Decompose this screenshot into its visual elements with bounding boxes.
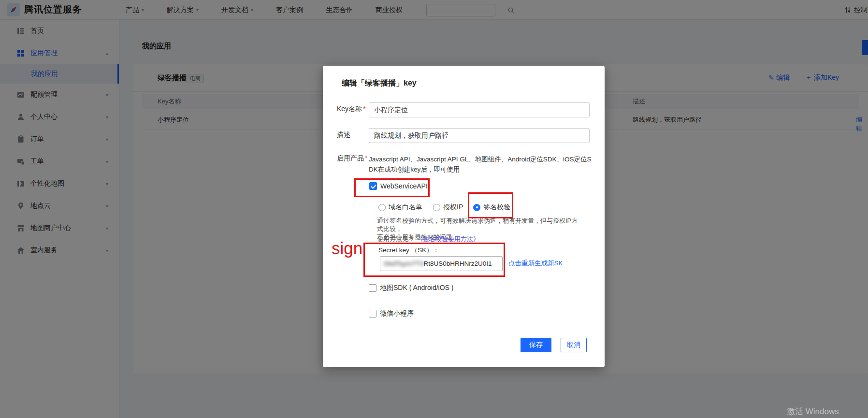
checkbox-checked-icon[interactable] [369,182,377,190]
signature-description-line1: 通过签名校验的方式，可有效解决请求伪造，稍有开发量，但与授权IP方式比较， [377,216,580,233]
key-name-label-text: Key名称 [337,105,362,113]
radio-selected-icon[interactable] [473,204,480,211]
regenerate-sk-link[interactable]: 点击重新生成新SK [508,259,563,268]
required-asterisk: * [365,154,367,162]
secret-key-masked-part: GkdTsyzsTT3 [384,260,424,267]
key-name-label: Key名称* [337,105,366,114]
radio-unselected-icon[interactable] [378,204,386,211]
description-field[interactable] [369,128,590,143]
webservice-api-checkbox-row[interactable]: WebServiceAPI [369,182,428,190]
cancel-button[interactable]: 取消 [561,338,587,352]
description-label: 描述 [337,130,350,139]
radio-authorized-ip[interactable]: 授权IP [433,203,463,212]
radio-domain-whitelist[interactable]: 域名白名单 [378,203,422,212]
map-sdk-label: 地图SDK ( Android/iOS ) [380,284,454,292]
radio-signature-verification[interactable]: 签名校验 [473,203,510,212]
wechat-miniprogram-label: 微信小程序 [380,309,414,318]
enabled-products-label-text: 启用产品 [337,154,364,162]
radio-unselected-icon[interactable] [433,204,440,211]
required-asterisk: * [363,105,365,113]
enabled-products-label: 启用产品* [337,154,367,163]
usage-prefix: 使用方法见： [377,235,415,243]
activate-windows-watermark: 激活 Windows [787,406,839,417]
save-button[interactable]: 保存 [521,338,551,352]
secret-key-field[interactable]: GkdTsyzsTT3 Rt8US0bHRHNrz2U0I1 [380,256,503,271]
checkbox-unchecked-icon[interactable] [369,284,376,292]
secret-key-label: Secret key （SK）： [378,246,439,255]
annotation-sign-text: sign [332,239,362,258]
modal-title: 编辑「绿客播播」key [342,78,417,88]
products-note: Javascript API、Javascript API GL、地图组件、An… [369,154,594,174]
radio-domain-label: 域名白名单 [389,203,422,212]
secret-key-visible-part: Rt8US0bHRHNrz2U0I1 [424,260,492,267]
map-sdk-checkbox-row[interactable]: 地图SDK ( Android/iOS ) [369,284,454,292]
signature-usage-link[interactable]: 《签名校验使用方法》 [417,235,479,243]
radio-signature-label: 签名校验 [483,203,510,212]
key-name-field[interactable] [369,102,590,117]
wechat-miniprogram-checkbox-row[interactable]: 微信小程序 [369,309,414,318]
edit-key-modal: 编辑「绿客播播」key Key名称* 描述 启用产品* Javascript A… [323,66,605,367]
checkbox-unchecked-icon[interactable] [369,310,376,317]
usage-row: 使用方法见： 《签名校验使用方法》 [377,235,479,244]
radio-ip-label: 授权IP [443,203,463,212]
webservice-api-label: WebServiceAPI [380,182,428,190]
